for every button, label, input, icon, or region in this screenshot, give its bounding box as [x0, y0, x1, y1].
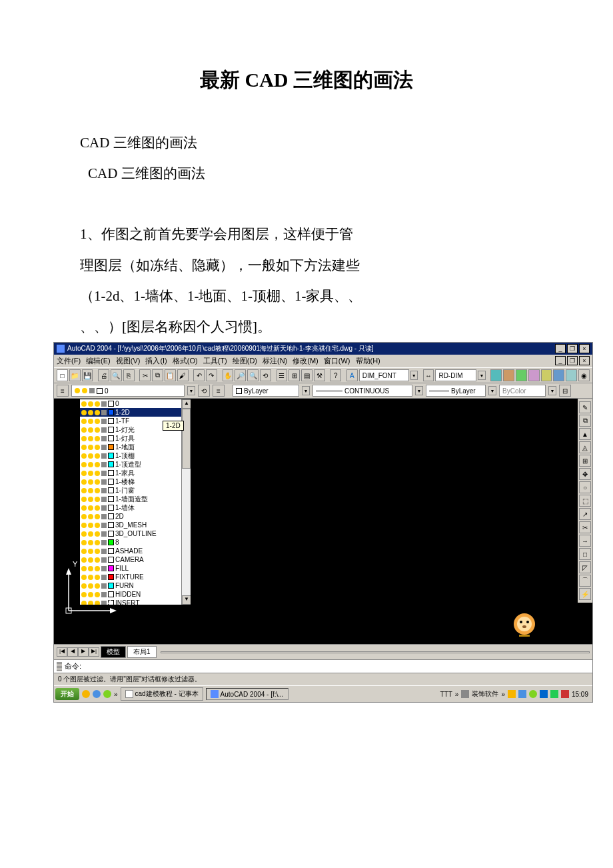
lock-icon[interactable]	[101, 445, 107, 450]
freeze-icon[interactable]	[88, 505, 93, 511]
lock-icon[interactable]	[101, 497, 107, 502]
minimize-button[interactable]: _	[555, 344, 566, 353]
tool-icon[interactable]	[503, 369, 514, 381]
vpfreeze-icon[interactable]	[95, 453, 100, 459]
tab-prev-icon[interactable]: ◀	[67, 647, 78, 657]
bulb-icon[interactable]	[81, 497, 87, 502]
chevron-icon[interactable]: »	[455, 691, 459, 698]
cut-icon[interactable]: ✂	[139, 369, 151, 381]
vpfreeze-icon[interactable]	[95, 549, 100, 554]
tool-icon[interactable]	[516, 369, 527, 381]
menu-item[interactable]: 视图(V)	[116, 356, 141, 366]
bulb-icon[interactable]	[81, 514, 87, 519]
freeze-icon[interactable]	[88, 514, 93, 519]
lock-icon[interactable]	[101, 514, 107, 519]
lock-icon[interactable]	[101, 419, 107, 424]
lock-icon[interactable]	[101, 453, 107, 459]
layer-prev-icon[interactable]: ⟲	[198, 385, 210, 397]
layer-manager-icon[interactable]: ≡	[57, 385, 69, 397]
quick-launch-icon[interactable]	[82, 690, 90, 698]
vpfreeze-icon[interactable]	[95, 540, 100, 545]
bulb-icon[interactable]	[81, 549, 87, 554]
lock-icon[interactable]	[101, 488, 107, 493]
redo-icon[interactable]: ↷	[206, 369, 217, 381]
bulb-icon[interactable]	[81, 427, 87, 433]
fillet-icon[interactable]: ⌒	[579, 575, 591, 587]
explode-icon[interactable]: ⚡	[579, 588, 591, 600]
menu-item[interactable]: 标注(N)	[263, 356, 287, 366]
trim-icon[interactable]: ✂	[579, 521, 591, 533]
publish-icon[interactable]: ⎘	[123, 369, 135, 381]
tool-icon[interactable]	[528, 369, 540, 381]
tray-icon[interactable]	[518, 690, 526, 698]
vpfreeze-icon[interactable]	[95, 505, 100, 511]
rotate-icon[interactable]: ○	[579, 481, 591, 493]
freeze-icon[interactable]	[88, 479, 93, 485]
bulb-icon[interactable]	[81, 479, 87, 485]
freeze-icon[interactable]	[88, 497, 93, 502]
menu-item[interactable]: 工具(T)	[203, 356, 227, 366]
menu-item[interactable]: 格式(O)	[173, 356, 198, 366]
bulb-icon[interactable]	[81, 419, 87, 424]
maximize-button[interactable]: ❐	[567, 344, 578, 353]
dbconnect-icon[interactable]: ⚒	[314, 369, 325, 381]
vpfreeze-icon[interactable]	[95, 514, 100, 519]
lock-icon[interactable]	[101, 427, 107, 433]
lock-icon[interactable]	[101, 540, 107, 545]
lock-icon[interactable]	[101, 410, 107, 415]
design-center-icon[interactable]: ⊞	[289, 369, 300, 381]
color-dropdown[interactable]: ByLayer	[233, 385, 299, 397]
vpfreeze-icon[interactable]	[95, 523, 100, 528]
scroll-down-icon[interactable]: ▼	[182, 595, 191, 605]
layer-list-item[interactable]: 1-墙面造型	[80, 495, 191, 503]
layer-list-item[interactable]: 0	[80, 399, 191, 408]
preview-icon[interactable]: 🔍	[111, 369, 122, 381]
tray-text[interactable]: 装饰软件	[472, 689, 498, 699]
bulb-icon[interactable]	[81, 436, 87, 441]
scroll-up-icon[interactable]: ▲	[182, 399, 191, 409]
lineweight-dropdown[interactable]: ByLayer	[426, 385, 486, 397]
quick-launch-icon[interactable]	[103, 690, 111, 698]
vpfreeze-icon[interactable]	[95, 401, 100, 407]
freeze-icon[interactable]	[88, 531, 93, 537]
freeze-icon[interactable]	[88, 410, 93, 415]
plotstyle-dropdown[interactable]: ByColor	[499, 385, 546, 397]
bulb-icon[interactable]	[81, 462, 87, 467]
stretch-icon[interactable]: ↗	[579, 508, 591, 520]
vpfreeze-icon[interactable]	[95, 488, 100, 493]
layer-list-item[interactable]: 8	[80, 538, 191, 547]
tab-next-icon[interactable]: ▶	[78, 647, 89, 657]
lock-icon[interactable]	[101, 401, 107, 407]
tool-icon[interactable]	[490, 369, 502, 381]
bulb-icon[interactable]	[81, 523, 87, 528]
vpfreeze-icon[interactable]	[95, 479, 100, 485]
text-style-icon[interactable]: A	[346, 369, 358, 381]
chevron-icon[interactable]: »	[114, 691, 118, 698]
layer-list-item[interactable]: 1-门窗	[80, 486, 191, 495]
bulb-icon[interactable]	[81, 531, 87, 537]
vpfreeze-icon[interactable]	[95, 462, 100, 467]
freeze-icon[interactable]	[88, 557, 93, 563]
dim-icon[interactable]: ↔	[423, 369, 434, 381]
bulb-icon[interactable]	[81, 410, 87, 415]
match-icon[interactable]: 🖌	[177, 369, 189, 381]
layer-list-item[interactable]: 3D_OUTLINE	[80, 529, 191, 538]
model-tab[interactable]: 模型	[101, 646, 126, 658]
tool-palette-icon[interactable]: ▤	[301, 369, 312, 381]
pan-icon[interactable]: ✋	[223, 369, 234, 381]
menu-item[interactable]: 文件(F)	[57, 356, 81, 366]
tool-icon[interactable]	[566, 369, 577, 381]
lock-icon[interactable]	[101, 557, 107, 563]
layer-dropdown-control[interactable]: 0	[71, 385, 185, 397]
copy-obj-icon[interactable]: ⧉	[579, 415, 591, 427]
offset-icon[interactable]: ◬	[579, 441, 591, 453]
freeze-icon[interactable]	[88, 453, 93, 459]
open-icon[interactable]: 📁	[69, 369, 81, 381]
layer-list-item[interactable]: 1-家具	[80, 469, 191, 477]
tool-icon[interactable]	[541, 369, 552, 381]
scroll-thumb[interactable]	[182, 409, 191, 469]
freeze-icon[interactable]	[88, 549, 93, 554]
vpfreeze-icon[interactable]	[95, 471, 100, 476]
lock-icon[interactable]	[101, 462, 107, 467]
chevron-down-icon[interactable]: ▼	[488, 386, 496, 395]
